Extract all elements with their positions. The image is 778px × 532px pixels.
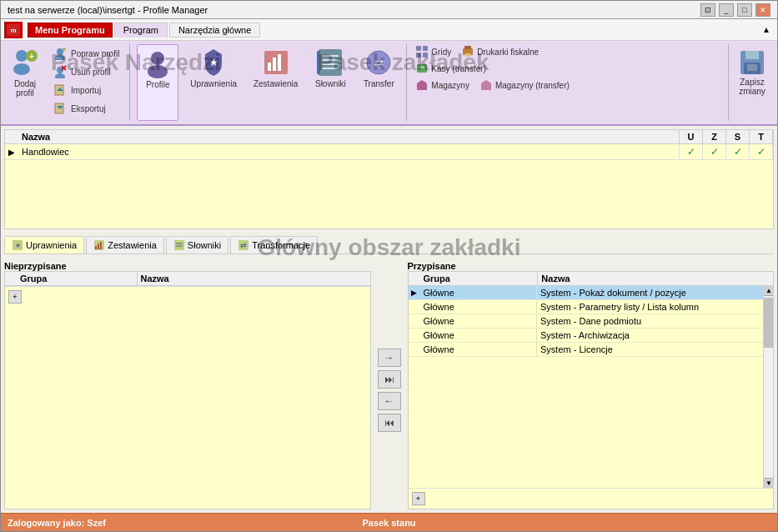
status-label: Pasek stanu <box>362 518 415 528</box>
ribbon: m Menu Programu Program Narzędzia główne… <box>1 19 777 126</box>
perm-section-labels: Nieprzypisane Przypisane <box>4 261 774 271</box>
svg-rect-23 <box>319 49 342 76</box>
title-controls: ⊡ _ □ ✕ <box>700 3 770 17</box>
zestawienia-tab-icon <box>93 239 105 251</box>
tab-program[interactable]: Program <box>114 23 168 38</box>
sub-tabs-area: ★ Uprawnienia Zestawienia <box>4 236 774 254</box>
add-profile-label: Dodaj profil <box>14 79 36 98</box>
nieprzypisane-label: Nieprzypisane <box>4 261 371 271</box>
right-table-scrollbar[interactable]: ▲ ▼ <box>763 286 773 488</box>
perm-row-name: System - Pokaż dokument / pozycje <box>537 286 763 299</box>
remove-profile-button[interactable]: Usuń profil <box>49 63 123 81</box>
import-button[interactable]: Importuj <box>49 81 123 99</box>
col-header-s: S <box>726 130 750 143</box>
save-changes-label: Zapisz zmiany <box>739 78 765 96</box>
scrollbar-up-btn[interactable]: ▲ <box>764 286 773 296</box>
ribbon-grids-item[interactable]: Gridy <box>414 44 453 59</box>
ribbon-tab-reports[interactable]: Zestawienia <box>248 44 303 121</box>
minimize-btn[interactable]: _ <box>719 3 734 17</box>
col-header-z: Z <box>703 130 726 143</box>
ribbon-tab-permissions[interactable]: ★ Uprawnienia <box>185 44 242 121</box>
sub-tab-slowniki[interactable]: Słowniki <box>166 236 228 253</box>
transfer-left-all-btn[interactable]: ⏮ <box>378 414 401 432</box>
export-button[interactable]: Eksportuj <box>49 99 123 118</box>
ribbon-warehouses-item[interactable]: Magazyny <box>414 78 471 93</box>
right-table-header: Grupa Nazwa <box>409 272 774 286</box>
svg-rect-39 <box>419 66 425 68</box>
ribbon-cashiers-item[interactable]: Kasy (transfer) <box>414 61 488 76</box>
left-col-group: Grupa <box>17 272 138 285</box>
restore-btn[interactable]: ⊡ <box>700 3 715 17</box>
ribbon-tab-transfer[interactable]: ⇄ Transfer <box>358 44 399 121</box>
status-logged-as: Zalogowany jako: Szef <box>8 518 106 528</box>
svg-rect-24 <box>317 51 320 74</box>
warehouses-label: Magazyny <box>431 81 469 90</box>
add-row-button[interactable]: + <box>8 290 22 304</box>
perm-row[interactable]: Główne System - Licencje <box>409 343 764 357</box>
scrollbar-down-btn[interactable]: ▼ <box>764 478 773 488</box>
svg-rect-33 <box>416 53 421 58</box>
perm-row[interactable]: Główne System - Dane podmiotu <box>409 314 764 329</box>
sub-tab-slowniki-label: Słowniki <box>188 240 221 250</box>
right-add-row-button[interactable]: + <box>412 492 425 505</box>
svg-point-9 <box>55 73 65 78</box>
export-label: Eksportuj <box>71 104 106 113</box>
right-table-rows: ▶ Główne System - Pokaż dokument / pozyc… <box>409 286 764 488</box>
toolbar-left-group: + Dodaj profil <box>4 44 130 121</box>
perm-row[interactable]: ▶ Główne System - Pokaż dokument / pozyc… <box>409 286 764 300</box>
ribbon-tab-profile[interactable]: Profile <box>137 44 178 121</box>
row-check-t: ✓ <box>750 144 773 159</box>
row-check-s: ✓ <box>726 144 750 159</box>
ribbon-collapse-btn[interactable]: ▲ <box>759 25 774 34</box>
row-check-z: ✓ <box>703 144 726 159</box>
perm-row[interactable]: Główne System - Parametry listy / Lista … <box>409 300 764 314</box>
right-perm-table: Grupa Nazwa ▶ Główne System - Pokaż doku… <box>408 271 775 509</box>
svg-text:m: m <box>10 27 16 34</box>
sub-tab-transformacje[interactable]: ⇄ Transformacje <box>230 236 318 253</box>
status-bar: Zalogowany jako: Szef Pasek stanu <box>1 513 777 531</box>
fiscal-printers-icon <box>461 45 474 58</box>
menu-programu[interactable]: Menu Programu <box>28 23 113 38</box>
dictionaries-tab-icon <box>315 48 345 78</box>
profile-table-row[interactable]: ▶ Handlowiec ✓ ✓ ✓ ✓ <box>5 144 773 160</box>
tab-narzedzia[interactable]: Narzędzia główne <box>169 23 260 38</box>
ribbon-warehouses-transfer-item[interactable]: Magazyny (transfer) <box>478 78 571 93</box>
perm-row[interactable]: Główne System - Archiwizacja <box>409 329 764 343</box>
transfer-right-all-btn[interactable]: ⏭ <box>378 370 401 389</box>
sub-tab-zestawienia[interactable]: Zestawienia <box>86 236 164 253</box>
sub-tab-zestawienia-label: Zestawienia <box>108 240 157 250</box>
perm-tables: Grupa Nazwa + → ⏭ ← ⏮ <box>4 271 774 509</box>
scrollbar-thumb[interactable] <box>764 298 773 348</box>
right-col-group: Grupa <box>420 272 539 285</box>
save-changes-button[interactable]: Zapisz zmiany <box>728 44 774 121</box>
perm-row-group: Główne <box>420 314 538 328</box>
svg-rect-31 <box>416 46 421 51</box>
ribbon-fiscal-printers-item[interactable]: Drukarki fiskalne <box>459 44 540 59</box>
warehouses-transfer-label: Magazyny (transfer) <box>495 81 570 90</box>
profile-tab-label: Profile <box>146 80 169 89</box>
perm-row-group: Główne <box>420 343 538 356</box>
sub-tab-uprawnienia[interactable]: ★ Uprawnienia <box>4 236 84 253</box>
left-col-name: Nazwa <box>138 272 370 285</box>
maximize-btn[interactable]: □ <box>737 3 752 17</box>
transfer-left-btn[interactable]: ← <box>378 392 401 410</box>
slowniki-tab-icon <box>173 239 185 251</box>
permissions-tab-label: Uprawnienia <box>190 79 237 88</box>
svg-rect-52 <box>174 240 184 250</box>
left-table-add-row: + <box>5 286 370 307</box>
title-text: test na serwerze (local)\insertgt - Prof… <box>8 5 208 15</box>
transfer-right-btn[interactable]: → <box>378 349 401 367</box>
add-profile-button[interactable]: + Dodaj profil <box>4 44 46 101</box>
col-header-u: U <box>680 130 703 143</box>
permissions-area: Nieprzypisane Przypisane Grupa Nazwa + <box>4 261 774 509</box>
import-label: Importuj <box>71 86 101 95</box>
transfer-buttons: → ⏭ ← ⏮ <box>374 271 404 509</box>
close-btn[interactable]: ✕ <box>755 3 770 17</box>
col-header-name: Nazwa <box>18 130 680 143</box>
improve-profile-button[interactable]: Popraw profil <box>49 44 123 63</box>
perm-row-group: Główne <box>420 300 538 314</box>
ribbon-tab-dictionaries[interactable]: Słowniki <box>309 44 351 121</box>
title-bar: test na serwerze (local)\insertgt - Prof… <box>1 1 777 19</box>
dictionaries-tab-label: Słowniki <box>315 79 346 88</box>
svg-text:★: ★ <box>209 57 218 68</box>
